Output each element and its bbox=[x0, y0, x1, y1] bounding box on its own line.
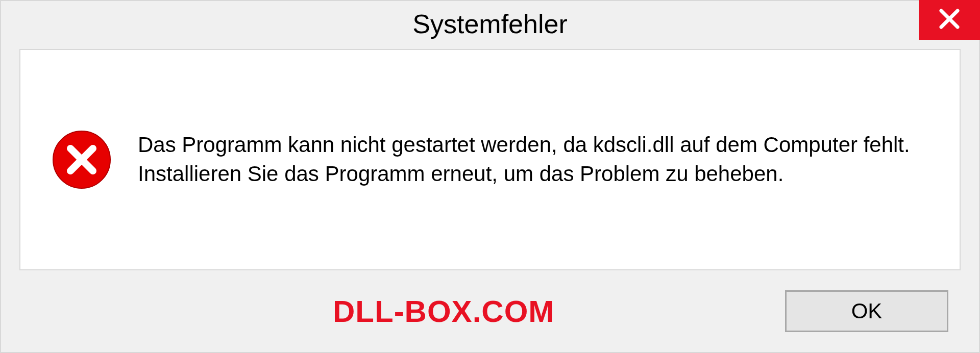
watermark-text: DLL-BOX.COM bbox=[333, 294, 554, 329]
close-icon bbox=[938, 8, 961, 32]
close-button[interactable] bbox=[919, 0, 980, 40]
dialog-title: Systemfehler bbox=[412, 9, 567, 39]
titlebar: Systemfehler bbox=[1, 1, 979, 47]
error-message: Das Programm kann nicht gestartet werden… bbox=[138, 131, 924, 188]
dialog-footer: DLL-BOX.COM OK bbox=[1, 270, 979, 352]
content-area: Das Programm kann nicht gestartet werden… bbox=[19, 49, 961, 270]
error-dialog: Systemfehler Das Programm kann nicht ges… bbox=[0, 0, 980, 353]
ok-button[interactable]: OK bbox=[785, 290, 948, 332]
error-icon bbox=[51, 129, 112, 190]
